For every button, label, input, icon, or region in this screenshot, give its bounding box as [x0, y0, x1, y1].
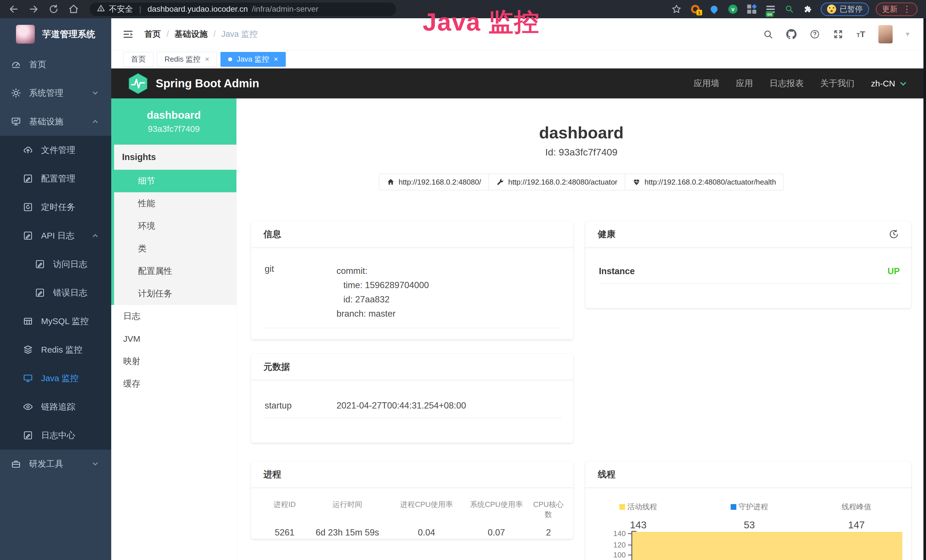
row-value: commit: time: 1596289704000 id: 27aa832 … — [336, 264, 429, 321]
sidebar-item-home[interactable]: 首页 — [0, 50, 111, 79]
tag-view-bar: 首页 Redis 监控 × Java 监控 × — [111, 50, 926, 68]
info-git-row: git commit: time: 1596289704000 id: 27aa… — [265, 260, 562, 328]
search-icon[interactable] — [763, 29, 773, 39]
threads-chart: 140 120 100 — [585, 529, 903, 560]
service-url-button[interactable]: http://192.168.0.2:48080/ — [379, 174, 489, 190]
sidebar-item-files[interactable]: 文件管理 — [0, 136, 111, 164]
github-icon[interactable] — [786, 29, 796, 39]
locale-label: zh-CN — [871, 79, 895, 88]
sidebar-item-system[interactable]: 系统管理 — [0, 79, 111, 107]
app-logo-avatar — [16, 25, 35, 44]
sidebar-item-error-log[interactable]: 错误日志 — [0, 278, 111, 307]
sba-menu-config-props[interactable]: 配置属性 — [114, 260, 236, 282]
window-right-edge[interactable] — [923, 18, 926, 560]
chevron-down-icon[interactable]: ▾ — [906, 30, 909, 38]
sba-menu-scheduled-tasks[interactable]: 计划任务 — [114, 282, 236, 305]
tab-label: 首页 — [131, 54, 146, 64]
sba-menu-caches[interactable]: 缓存 — [111, 372, 236, 395]
card-title: 健康 — [598, 228, 616, 240]
uptime-value: 6d 23h 15m 59s — [304, 527, 390, 538]
sidebar-item-api-log[interactable]: API 日志 — [0, 221, 111, 250]
actuator-url-button[interactable]: http://192.168.0.2:48080/actuator — [489, 174, 625, 190]
sba-menu-details[interactable]: 细节 — [111, 170, 236, 192]
timer-icon — [23, 202, 33, 212]
system-cpu-value: 0.07 — [463, 527, 530, 538]
peak-threads-stat: 线程峰值 147 — [841, 502, 871, 531]
sidebar-item-config[interactable]: 配置管理 — [0, 164, 111, 193]
health-url-button[interactable]: http://192.168.0.2:48080/actuator/health — [625, 174, 784, 190]
sidebar-item-java-monitor[interactable]: Java 监控 — [0, 364, 111, 392]
bookmark-star-icon[interactable] — [671, 4, 682, 14]
breadcrumb: 首页 / 基础设施 / Java 监控 — [144, 29, 257, 40]
extension-pin-icon[interactable] — [709, 4, 719, 14]
sba-locale-select[interactable]: zh-CN — [871, 79, 907, 88]
sidebar-item-redis[interactable]: Redis 监控 — [0, 336, 111, 364]
history-icon[interactable] — [889, 229, 899, 239]
user-avatar[interactable] — [878, 25, 893, 43]
back-icon[interactable] — [9, 4, 19, 14]
sba-menu-logs[interactable]: 日志 — [111, 305, 236, 327]
close-icon[interactable]: × — [274, 55, 278, 64]
forward-icon[interactable] — [29, 4, 39, 14]
extension-grid-icon[interactable] — [747, 4, 757, 14]
sidebar-item-tracing[interactable]: 链路追踪 — [0, 392, 111, 421]
sidebar-item-dev-tools[interactable]: 研发工具 — [0, 450, 111, 478]
sba-content: dashboard Id: 93a3fc7f7409 http://192.16… — [237, 98, 926, 560]
sba-menu-environment[interactable]: 环境 — [114, 215, 236, 238]
sba-menu-jvm[interactable]: JVM — [111, 327, 236, 350]
sidebar-item-log-center[interactable]: 日志中心 — [0, 421, 111, 450]
sidebar-item-infra[interactable]: 基础设施 — [0, 107, 111, 136]
sidebar-item-access-log[interactable]: 访问日志 — [0, 250, 111, 278]
gauge-icon — [11, 59, 21, 70]
warning-icon[interactable] — [97, 4, 105, 14]
url-separator: | — [139, 5, 141, 14]
process-table-values: 5261 6d 23h 15m 59s 0.04 0.07 2 — [265, 527, 562, 538]
row-value: 2021-04-27T00:44:31.254+08:00 — [336, 401, 466, 411]
gear-icon — [11, 88, 21, 98]
paused-pill[interactable]: 已暂停 — [821, 3, 869, 16]
close-icon[interactable]: × — [205, 55, 209, 64]
collapse-menu-icon[interactable] — [122, 28, 134, 40]
sba-title: Spring Boot Admin — [156, 77, 259, 90]
reload-icon[interactable] — [48, 4, 59, 14]
extension-magnifier-icon[interactable] — [784, 4, 794, 14]
sba-nav-journal[interactable]: 日志报表 — [769, 77, 803, 89]
row-label: git — [265, 264, 336, 321]
fullscreen-icon[interactable] — [833, 29, 843, 39]
home-icon[interactable] — [68, 4, 79, 14]
service-url: http://192.168.0.2:48080/ — [399, 178, 481, 186]
health-card: 健康 Instance UP — [585, 221, 911, 308]
sba-menu-metrics[interactable]: 性能 — [114, 192, 236, 215]
sidebar-item-label: 错误日志 — [53, 287, 87, 299]
layers-icon — [23, 345, 33, 355]
sba-nav-applications[interactable]: 应用 — [736, 77, 753, 89]
extensions-puzzle-icon[interactable] — [803, 4, 813, 14]
address-bar[interactable]: 不安全 | dashboard.yudao.iocoder.cn/infra/a… — [89, 3, 396, 16]
sidebar-item-label: Redis 监控 — [41, 344, 82, 356]
help-icon[interactable] — [809, 29, 820, 39]
sba-nav-wallboard[interactable]: 应用墙 — [694, 77, 719, 89]
tab-home[interactable]: 首页 — [123, 52, 153, 67]
y-tick-120: 120 — [605, 540, 626, 549]
breadcrumb-separator: / — [213, 29, 216, 39]
breadcrumb-infra[interactable]: 基础设施 — [174, 29, 207, 40]
update-button[interactable]: 更新 ⋮ — [876, 3, 917, 16]
process-cpu-value: 0.04 — [390, 527, 463, 538]
tab-redis-monitor[interactable]: Redis 监控 × — [157, 52, 217, 67]
browser-menu-icon[interactable]: ⋮ — [903, 5, 911, 14]
tab-java-monitor[interactable]: Java 监控 × — [221, 52, 286, 67]
font-size-icon[interactable]: TT — [856, 29, 865, 39]
sidebar-item-mysql[interactable]: MySQL 监控 — [0, 307, 111, 336]
extension-list-icon[interactable]: on — [766, 4, 776, 14]
sba-app-name: dashboard — [147, 109, 201, 121]
sba-menu-mappings[interactable]: 映射 — [111, 350, 236, 372]
extension-v-icon[interactable]: v — [728, 4, 738, 14]
sba-menu-classes[interactable]: 类 — [114, 238, 236, 260]
extension-orange-icon[interactable]: 1 — [690, 4, 701, 14]
instance-title: dashboard — [237, 123, 926, 142]
sidebar-item-jobs[interactable]: 定时任务 — [0, 193, 111, 221]
health-instance-row: Instance UP — [599, 262, 900, 283]
spring-boot-admin-logo-icon — [128, 73, 148, 94]
sba-nav-about[interactable]: 关于我们 — [820, 77, 855, 89]
breadcrumb-home[interactable]: 首页 — [144, 29, 161, 40]
